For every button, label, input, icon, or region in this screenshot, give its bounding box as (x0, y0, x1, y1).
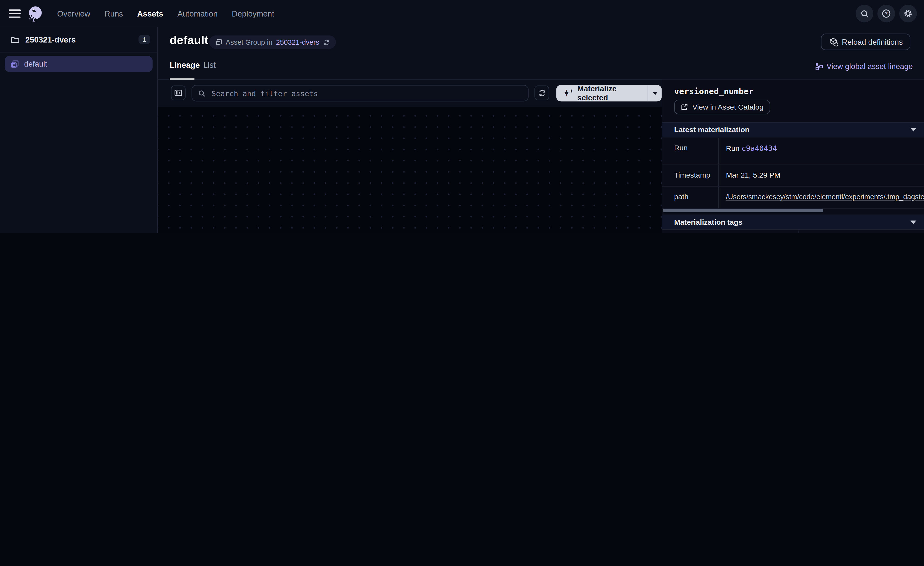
view-in-asset-catalog-button[interactable]: View in Asset Catalog (674, 99, 770, 114)
row-key: Timestamp (662, 165, 719, 186)
run-prefix: Run (726, 145, 741, 153)
materialize-dropdown-button[interactable] (648, 85, 662, 102)
tag-row: code_version v5 (662, 230, 924, 233)
search-input[interactable] (210, 88, 522, 98)
repo-count-badge: 1 (138, 35, 150, 44)
row-key: Run (662, 138, 719, 164)
nav-actions: ? (855, 5, 917, 23)
row-path: path /Users/smackesey/stm/code/elementl/… (662, 187, 924, 209)
asset-search (192, 85, 528, 102)
graph-toolbar: ✦✦ Materialize selected (158, 80, 662, 107)
tab-lineage[interactable]: Lineage (170, 61, 200, 69)
dagster-app: Overview Runs Assets Automation Deployme… (0, 0, 924, 233)
settings-button[interactable] (899, 5, 917, 23)
page-title: default (170, 33, 208, 47)
reload-definitions-button[interactable]: Reload definitions (820, 33, 910, 50)
row-timestamp: Timestamp Mar 21, 5:29 PM (662, 165, 924, 187)
refresh-icon (538, 89, 546, 97)
asset-group-icon (10, 60, 19, 68)
asset-group-icon (215, 39, 222, 46)
dagster-logo[interactable] (27, 5, 44, 23)
catalog-button-label: View in Asset Catalog (692, 103, 764, 111)
search-icon (198, 89, 206, 97)
row-run: Run Run c9a40434 (662, 138, 924, 165)
run-id-link[interactable]: c9a40434 (741, 144, 777, 152)
reload-label: Reload definitions (842, 38, 903, 46)
nav-item-assets[interactable]: Assets (137, 9, 163, 18)
row-value: Mar 21, 5:29 PM (719, 165, 924, 186)
help-icon: ? (882, 9, 891, 18)
help-button[interactable]: ? (878, 5, 895, 23)
search-button[interactable] (855, 5, 873, 23)
caret-down-icon (910, 221, 916, 224)
asset-group-badge: Asset Group in 250321-dvers (209, 35, 336, 49)
gear-icon (903, 9, 913, 18)
repo-name: 250321-dvers (25, 35, 76, 44)
horizontal-scrollbar-thumb[interactable] (663, 209, 823, 212)
hamburger-menu-icon[interactable] (9, 9, 21, 18)
section-label: Materialization tags (674, 218, 742, 226)
view-global-asset-lineage-link[interactable]: View global asset lineage (815, 62, 913, 71)
section-latest-materialization[interactable]: Latest materialization (662, 122, 924, 137)
folder-icon (10, 35, 20, 44)
nav-item-overview[interactable]: Overview (57, 9, 90, 18)
sidebar: 250321-dvers 1 default 250321-dvers (0, 27, 158, 233)
caret-down-icon (653, 92, 657, 95)
caret-down-icon (910, 128, 916, 132)
sidebar-item-default[interactable]: default (4, 56, 153, 72)
top-nav: Overview Runs Assets Automation Deployme… (0, 0, 924, 27)
refresh-graph-button[interactable] (534, 86, 549, 100)
nav-items: Overview Runs Assets Automation Deployme… (57, 9, 274, 18)
sparkle-icon: ✦✦ (563, 89, 573, 97)
tab-bar: Lineage List View global asset lineage (158, 57, 924, 80)
sidebar-repo-row[interactable]: 250321-dvers 1 (0, 27, 158, 53)
badge-repo-link[interactable]: 250321-dvers (276, 38, 319, 47)
sidebar-item-label: default (24, 60, 47, 68)
tag-key: code_version (662, 230, 799, 233)
nav-item-automation[interactable]: Automation (177, 9, 218, 18)
collapse-panel-button[interactable] (171, 86, 186, 100)
row-key: path (662, 187, 719, 208)
lineage-canvas[interactable]: versioned_number No description Material… (158, 107, 662, 233)
badge-prefix: Asset Group in (226, 38, 273, 47)
search-icon (860, 9, 868, 18)
svg-text:?: ? (885, 11, 888, 16)
materialize-selected-button[interactable]: ✦✦ Materialize selected (556, 85, 662, 102)
row-value: Run c9a40434 (719, 138, 924, 164)
nav-item-deployment[interactable]: Deployment (232, 9, 274, 18)
lineage-icon (815, 62, 823, 71)
path-link[interactable]: /Users/smackesey/stm/code/elementl/exper… (726, 193, 924, 201)
global-lineage-label: View global asset lineage (826, 62, 913, 71)
reload-icon (828, 37, 838, 47)
tab-list[interactable]: List (203, 61, 216, 69)
nav-item-runs[interactable]: Runs (104, 9, 123, 18)
panel-toggle-icon (174, 89, 183, 97)
asset-detail-panel: versioned_number View in Asset Catalog L… (662, 80, 924, 233)
section-label: Latest materialization (674, 126, 750, 134)
external-link-icon (681, 103, 688, 111)
materialize-label: Materialize selected (578, 85, 640, 102)
panel-asset-title: versioned_number (674, 87, 754, 96)
refresh-icon[interactable] (323, 39, 330, 46)
section-materialization-tags[interactable]: Materialization tags (662, 215, 924, 230)
